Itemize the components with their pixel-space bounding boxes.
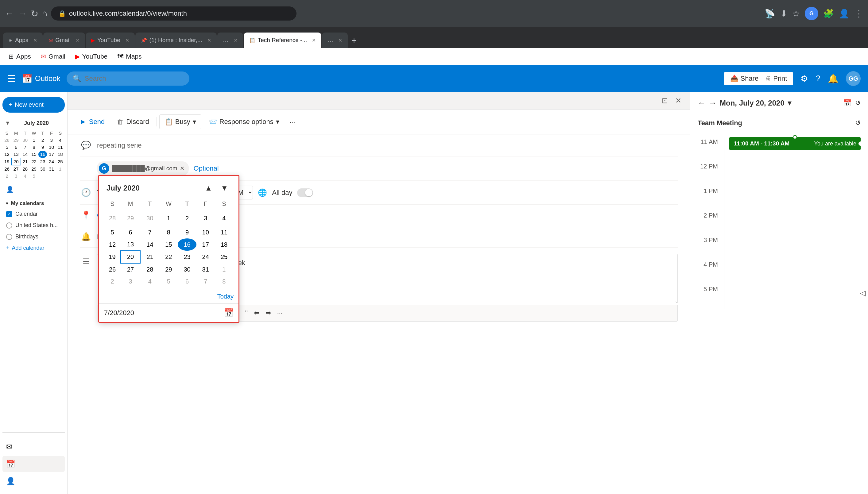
- cal-cell[interactable]: 28: [104, 210, 120, 226]
- mini-cal-cell[interactable]: 8: [30, 144, 38, 151]
- right-panel-prev-button[interactable]: ←: [698, 98, 706, 108]
- close-button[interactable]: ✕: [672, 95, 685, 107]
- cal-selected-cell[interactable]: 16: [178, 239, 196, 251]
- mini-cal-cell[interactable]: 2: [2, 172, 11, 179]
- cal-cell[interactable]: 6: [178, 276, 196, 287]
- mini-cal-cell[interactable]: 29: [30, 165, 38, 173]
- bookmark-gmail[interactable]: ✉ Gmail: [37, 51, 69, 62]
- all-day-toggle[interactable]: [297, 188, 313, 197]
- tab-unknown1-close[interactable]: ✕: [233, 37, 238, 43]
- mini-cal-cell[interactable]: 10: [47, 144, 56, 151]
- mini-cal-cell[interactable]: 28: [2, 136, 11, 144]
- mini-cal-cell[interactable]: 17: [47, 151, 56, 158]
- format-more-button[interactable]: ···: [275, 308, 285, 318]
- help-icon[interactable]: ?: [815, 74, 820, 83]
- mini-cal-cell[interactable]: 20: [11, 158, 21, 165]
- reload-button[interactable]: ↻: [31, 8, 38, 19]
- right-panel-edge-icon[interactable]: ◁: [857, 283, 868, 303]
- mini-cal-cell[interactable]: 25: [56, 158, 65, 165]
- timezone-icon[interactable]: 🌐: [258, 188, 267, 197]
- today-button[interactable]: Today: [217, 293, 233, 300]
- cal-cell[interactable]: 15: [159, 239, 178, 251]
- tab-tech-ref-close[interactable]: ✕: [312, 37, 316, 43]
- cal-cell[interactable]: 29: [120, 210, 140, 226]
- cal-cell[interactable]: 9: [178, 226, 196, 239]
- tab-gmail-close[interactable]: ✕: [76, 37, 79, 43]
- tab-youtube[interactable]: ▶ YouTube ✕: [86, 33, 135, 48]
- cal-cell[interactable]: 30: [178, 263, 196, 276]
- mini-cal-cell[interactable]: 6: [11, 144, 21, 151]
- sidebar-nav-people[interactable]: 👤: [2, 183, 65, 196]
- add-calendar-button[interactable]: + Add calendar: [2, 242, 65, 254]
- notifications-icon[interactable]: 🔔: [828, 74, 838, 84]
- mini-cal-cell[interactable]: 3: [47, 136, 56, 144]
- address-bar[interactable]: 🔒 outlook.live.com/calendar/0/view/month: [51, 6, 297, 21]
- more-options-button[interactable]: ···: [287, 114, 299, 129]
- profile-icon[interactable]: 👤: [839, 8, 850, 19]
- date-input-field[interactable]: [104, 309, 224, 317]
- sidebar-calendar-icon[interactable]: 📅: [2, 456, 65, 472]
- home-button[interactable]: ⌂: [42, 8, 47, 18]
- mini-cal-cell[interactable]: 21: [21, 158, 30, 165]
- bookmark-maps[interactable]: 🗺 Maps: [114, 51, 145, 62]
- mini-cal-cell[interactable]: 4: [56, 136, 65, 144]
- tab-apps[interactable]: ⊞ Apps ✕: [3, 33, 43, 48]
- tab-tech-ref[interactable]: 📋 Tech Reference -... ✕: [244, 33, 322, 48]
- remove-attendee-button[interactable]: ✕: [180, 165, 185, 172]
- sidebar-chevron-icon[interactable]: ▼: [5, 120, 11, 127]
- format-align-left-button[interactable]: ⇐: [251, 308, 262, 318]
- cal-cell[interactable]: 21: [140, 251, 159, 263]
- mini-cal-cell[interactable]: 1: [56, 165, 65, 173]
- more-options-icon[interactable]: ⋮: [854, 8, 863, 19]
- mini-cal-cell[interactable]: 15: [30, 151, 38, 158]
- mini-cal-cell[interactable]: 13: [11, 151, 21, 158]
- cal-cell[interactable]: 29: [159, 263, 178, 276]
- cal-cell[interactable]: 11: [215, 226, 233, 239]
- user-avatar-chrome[interactable]: G: [805, 7, 818, 20]
- cal-cell[interactable]: 7: [140, 226, 159, 239]
- mini-cal-cell[interactable]: 30: [38, 165, 47, 173]
- hamburger-menu[interactable]: ☰: [7, 73, 16, 84]
- sidebar-people-bottom-icon[interactable]: 👤: [2, 473, 65, 489]
- cal-cell[interactable]: 19: [104, 251, 120, 263]
- new-event-button[interactable]: + New event: [2, 97, 65, 113]
- mini-cal-cell[interactable]: 14: [21, 151, 30, 158]
- cal-cell[interactable]: 4: [215, 210, 233, 226]
- bookmark-youtube[interactable]: ▶ YouTube: [72, 51, 111, 62]
- cal-cell[interactable]: 7: [196, 276, 215, 287]
- event-block-team-meeting[interactable]: 11:00 AM - 11:30 AM You are available: [729, 137, 861, 150]
- settings-icon[interactable]: ⚙: [800, 74, 808, 84]
- cal-cell[interactable]: 30: [140, 210, 159, 226]
- share-button[interactable]: 📤 Share: [730, 75, 758, 82]
- mini-cal-cell[interactable]: 1: [30, 136, 38, 144]
- mini-cal-cell[interactable]: 3: [11, 172, 21, 179]
- mini-cal-cell[interactable]: 22: [30, 158, 38, 165]
- search-input[interactable]: [85, 75, 183, 82]
- tab-youtube-close[interactable]: ✕: [125, 37, 129, 43]
- mini-cal-cell[interactable]: 26: [2, 165, 11, 173]
- format-quote-button[interactable]: ": [243, 308, 250, 318]
- mini-cal-cell[interactable]: 19: [2, 158, 11, 165]
- tab-unknown2-close[interactable]: ✕: [338, 37, 342, 43]
- send-button[interactable]: ► Send: [75, 115, 110, 129]
- cal-cell[interactable]: 12: [104, 239, 120, 251]
- optional-label[interactable]: Optional: [194, 165, 219, 172]
- mini-cal-cell[interactable]: 7: [21, 144, 30, 151]
- cal-cell[interactable]: 8: [159, 226, 178, 239]
- cal-cell[interactable]: 3: [120, 276, 140, 287]
- cal-cell[interactable]: 22: [159, 251, 178, 263]
- right-panel-next-button[interactable]: →: [709, 98, 717, 108]
- discard-button[interactable]: 🗑 Discard: [112, 115, 154, 129]
- right-panel-refresh-button[interactable]: ↺: [855, 99, 861, 107]
- mini-cal-cell[interactable]: 9: [38, 144, 47, 151]
- mini-cal-cell[interactable]: 28: [21, 165, 30, 173]
- cal-cell[interactable]: 1: [215, 263, 233, 276]
- outlook-search-bar[interactable]: 🔍: [67, 72, 189, 86]
- cal-cell[interactable]: 2: [178, 210, 196, 226]
- sidebar-mail-icon[interactable]: ✉: [2, 439, 65, 455]
- cal-cell[interactable]: 31: [196, 263, 215, 276]
- cal-cell[interactable]: 1: [159, 210, 178, 226]
- cal-cell[interactable]: 5: [104, 226, 120, 239]
- mini-cal-cell[interactable]: 5: [30, 172, 38, 179]
- response-options-button[interactable]: 📨 Response options ▾: [204, 115, 284, 129]
